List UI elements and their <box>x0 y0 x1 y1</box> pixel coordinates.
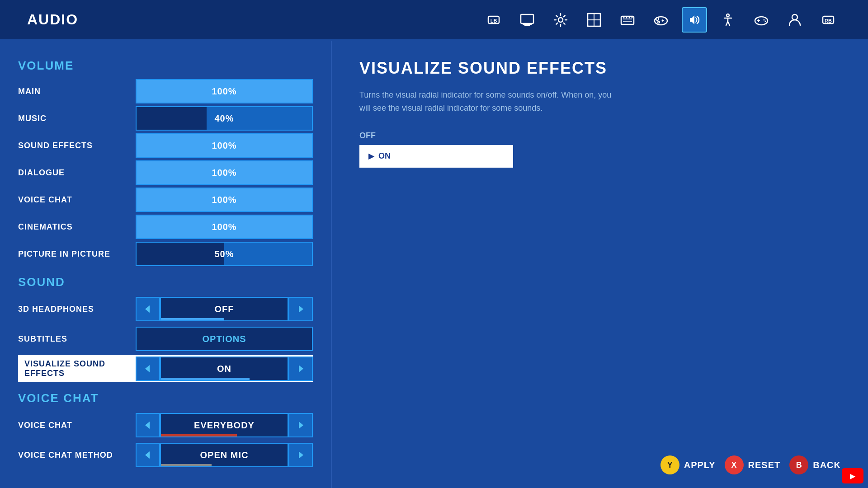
volume-dialogue-value: 100% <box>212 168 236 178</box>
top-nav: AUDIO LB <box>0 0 868 41</box>
apply-label: APPLY <box>684 460 716 470</box>
volume-main-label: MAIN <box>18 87 136 96</box>
voicechat-method-value: OPEN MIC <box>200 450 249 460</box>
volume-cinematics-value: 100% <box>212 222 236 232</box>
nav-lb-icon[interactable]: LB <box>481 7 506 33</box>
nav-audio-icon[interactable] <box>682 7 707 33</box>
nav-rb-icon[interactable]: RB <box>816 7 841 33</box>
svg-point-20 <box>656 18 659 20</box>
sound-visualize-value: ON <box>217 364 231 374</box>
svg-point-17 <box>632 17 633 18</box>
nav-monitor-icon[interactable] <box>514 7 540 33</box>
svg-marker-32 <box>145 365 150 372</box>
volume-header: VOLUME <box>18 59 313 73</box>
sound-subtitles-options-btn[interactable]: OPTIONS <box>136 327 313 351</box>
volume-pip-bar[interactable]: 50% <box>136 242 313 266</box>
bottom-bar: Y APPLY X RESET B BACK <box>660 455 841 474</box>
volume-pip-row[interactable]: PICTURE IN PICTURE 50% <box>18 242 313 266</box>
svg-point-15 <box>626 17 627 18</box>
sound-3dheadphones-next-btn[interactable] <box>288 297 313 321</box>
reset-circle: X <box>725 455 744 474</box>
sound-3dheadphones-label: 3D HEADPHONES <box>18 305 136 314</box>
svg-marker-34 <box>145 422 150 429</box>
volume-voicechat-label: VOICE CHAT <box>18 195 136 205</box>
apply-button[interactable]: Y APPLY <box>660 455 716 474</box>
sound-visualize-value-box: ON <box>160 357 288 381</box>
youtube-watermark <box>842 468 863 483</box>
voicechat-section-header: VOICE CHAT <box>18 391 313 405</box>
svg-point-25 <box>764 19 765 20</box>
sound-3dheadphones-prev-btn[interactable] <box>136 297 160 321</box>
volume-music-label: MUSIC <box>18 114 136 123</box>
nav-hud-icon[interactable] <box>581 7 607 33</box>
detail-on-option[interactable]: ▶ ON <box>359 145 513 168</box>
voicechat-value: EVERYBODY <box>194 420 255 431</box>
sound-3dheadphones-row[interactable]: 3D HEADPHONES OFF <box>18 296 313 323</box>
voicechat-prev-btn[interactable] <box>136 413 160 437</box>
voicechat-method-row[interactable]: VOICE CHAT METHOD OPEN MIC <box>18 441 313 469</box>
svg-point-14 <box>623 17 625 18</box>
svg-rect-7 <box>588 14 594 20</box>
svg-point-27 <box>792 14 797 20</box>
volume-sfx-value: 100% <box>212 141 236 151</box>
sound-subtitles-label: SUBTITLES <box>18 334 136 344</box>
volume-voicechat-value: 100% <box>212 195 236 205</box>
nav-user-icon[interactable] <box>782 7 807 33</box>
svg-marker-35 <box>299 422 303 429</box>
voicechat-next-btn[interactable] <box>288 413 313 437</box>
sound-visualize-prev-btn[interactable] <box>136 357 160 381</box>
nav-keyboard-icon[interactable] <box>615 7 640 33</box>
nav-gear-icon[interactable] <box>548 7 573 33</box>
svg-marker-30 <box>145 305 150 313</box>
volume-sfx-row[interactable]: SOUND EFFECTS 100% <box>18 133 313 158</box>
reset-button[interactable]: X RESET <box>725 455 781 474</box>
svg-point-19 <box>658 21 660 23</box>
svg-point-5 <box>558 18 563 22</box>
svg-text:RB: RB <box>825 18 832 23</box>
svg-rect-2 <box>521 14 533 23</box>
nav-icons: LB <box>481 7 841 33</box>
voicechat-method-label: VOICE CHAT METHOD <box>18 450 136 460</box>
volume-voicechat-bar[interactable]: 100% <box>136 188 313 212</box>
back-circle: B <box>789 455 808 474</box>
volume-main-row[interactable]: MAIN 100% <box>18 79 313 103</box>
svg-marker-33 <box>299 365 303 372</box>
volume-music-bar[interactable]: 40% <box>136 106 313 131</box>
detail-options: OFF ▶ ON <box>359 131 841 168</box>
svg-rect-9 <box>588 20 594 26</box>
svg-marker-31 <box>299 305 303 313</box>
page-title: AUDIO <box>27 11 78 28</box>
voicechat-row[interactable]: VOICE CHAT EVERYBODY <box>18 412 313 439</box>
voicechat-method-value-box: OPEN MIC <box>160 443 288 467</box>
voicechat-method-prev-btn[interactable] <box>136 443 160 467</box>
volume-sfx-bar[interactable]: 100% <box>136 133 313 158</box>
right-panel: VISUALIZE SOUND EFFECTS Turns the visual… <box>332 41 868 488</box>
voicechat-method-next-btn[interactable] <box>288 443 313 467</box>
sound-3dheadphones-value: OFF <box>215 304 234 314</box>
nav-gamepad-icon[interactable] <box>749 7 774 33</box>
back-button[interactable]: B BACK <box>789 455 841 474</box>
apply-circle: Y <box>660 455 679 474</box>
volume-dialogue-bar[interactable]: 100% <box>136 160 313 185</box>
volume-cinematics-bar[interactable]: 100% <box>136 215 313 239</box>
volume-dialogue-row[interactable]: DIALOGUE 100% <box>18 160 313 185</box>
volume-pip-value: 50% <box>214 249 234 259</box>
detail-on-label: ON <box>378 151 391 161</box>
volume-main-value: 100% <box>212 86 236 97</box>
sound-header: SOUND <box>18 275 313 289</box>
volume-cinematics-label: CINEMATICS <box>18 222 136 232</box>
volume-cinematics-row[interactable]: CINEMATICS 100% <box>18 215 313 239</box>
sound-visualize-row[interactable]: VISUALIZE SOUND EFFECTS ON <box>18 355 313 382</box>
nav-controller-settings-icon[interactable] <box>648 7 674 33</box>
volume-music-value: 40% <box>214 113 234 124</box>
main-content: VOLUME MAIN 100% MUSIC 40% SOUND <box>0 41 868 488</box>
volume-main-bar[interactable]: 100% <box>136 79 313 103</box>
nav-accessibility-icon[interactable] <box>715 7 741 33</box>
svg-point-16 <box>629 17 630 18</box>
sound-subtitles-row[interactable]: SUBTITLES OPTIONS <box>18 325 313 352</box>
volume-voicechat-row[interactable]: VOICE CHAT 100% <box>18 188 313 212</box>
left-panel: VOLUME MAIN 100% MUSIC 40% SOUND <box>0 41 332 488</box>
sound-subtitles-value: OPTIONS <box>202 334 246 344</box>
sound-visualize-next-btn[interactable] <box>288 357 313 381</box>
volume-music-row[interactable]: MUSIC 40% <box>18 106 313 131</box>
